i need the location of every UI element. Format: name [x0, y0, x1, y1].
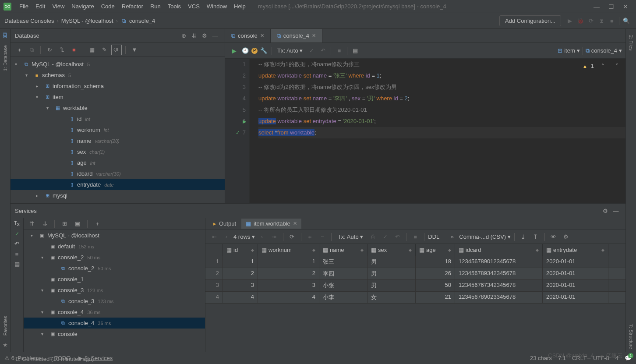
table-row[interactable]: 333小张男501234567673423456782020-01-01 [205, 280, 625, 292]
wrench-icon[interactable]: 🔧 [258, 46, 269, 56]
maximize-button[interactable]: ☐ [608, 3, 614, 10]
service-console_1[interactable]: ▣console_1 [24, 274, 205, 285]
db-submit-icon[interactable]: ⎙ [367, 232, 378, 242]
execute-icon[interactable]: ▶ [229, 46, 239, 56]
gear-icon[interactable]: ⚙ [561, 232, 571, 242]
more-icon[interactable]: » [447, 232, 457, 242]
tab-console[interactable]: ⧉console✕ [225, 29, 271, 42]
result-grid[interactable]: ▦id◆ ▦worknum◆ ▦name◆ ▦sex◆ ▦age◆ ▦idcar… [205, 244, 625, 352]
tx-icon[interactable]: Tx [14, 220, 20, 227]
menu-window[interactable]: Window [203, 1, 230, 11]
group-icon[interactable]: ⊞ [59, 219, 70, 229]
service-console_3[interactable]: ▾▣console_3123 ms [24, 285, 205, 296]
filter-icon[interactable]: ▼ [129, 45, 140, 55]
close-icon[interactable]: ✕ [293, 221, 297, 226]
service-console_2[interactable]: ▾▣console_250 ms [24, 252, 205, 263]
first-page-icon[interactable]: ⇤ [209, 232, 219, 242]
session-select[interactable]: ⧉ console_4 ▾ [586, 47, 622, 54]
history-icon[interactable]: 🕘 [240, 46, 251, 56]
database-tool-icon[interactable]: 🗄 [2, 32, 8, 39]
table-row[interactable]: 222李四男261234567893423456782020-01-01 [205, 268, 625, 280]
tree-column-id[interactable]: ▯idint [11, 113, 225, 124]
revert-icon[interactable]: ↶ [392, 232, 403, 242]
stop-icon[interactable]: ■ [69, 45, 79, 55]
prev-page-icon[interactable]: ‹ [221, 232, 232, 242]
copy-icon[interactable]: ⧉ [26, 45, 37, 55]
warning-icon[interactable]: ▲ [583, 60, 587, 72]
pending-icon[interactable]: P [251, 48, 258, 54]
profile-icon[interactable]: ⧗ [596, 16, 607, 26]
ddl-button[interactable]: DDL [428, 233, 439, 240]
tree-datasource[interactable]: ▾⧉ MySQL - @localhost5 [11, 59, 225, 70]
upload-icon[interactable]: ⤒ [530, 232, 541, 242]
row-count[interactable]: 4 rows ▾ [233, 233, 255, 240]
breadcrumb-item[interactable]: Database Consoles [4, 18, 54, 24]
next-page-icon[interactable]: › [257, 232, 267, 242]
view-icon[interactable]: 👁 [548, 232, 559, 242]
menu-file[interactable]: File [16, 1, 32, 11]
add-service-icon[interactable]: ＋ [92, 219, 102, 229]
collapse-icon[interactable]: ⇊ [39, 219, 50, 229]
close-icon[interactable]: ✕ [312, 33, 316, 39]
line-sep[interactable]: CRLF [572, 355, 587, 361]
rollback-icon[interactable]: ↶ [318, 46, 328, 56]
last-page-icon[interactable]: ⇥ [269, 232, 279, 242]
settings-icon[interactable]: ⚙ [199, 31, 210, 41]
add-row-icon[interactable]: ＋ [305, 232, 315, 242]
layout-icon[interactable]: ▤ [350, 46, 360, 56]
remove-row-icon[interactable]: − [317, 232, 328, 242]
indent[interactable]: 4 [615, 355, 618, 361]
stop-icon[interactable]: ■ [15, 251, 19, 257]
menu-vcs[interactable]: VCS [184, 1, 203, 11]
menu-run[interactable]: Run [147, 1, 164, 11]
commit-icon[interactable]: ✓ [15, 231, 19, 237]
tx-select[interactable]: Tx: Auto ▾ [335, 233, 366, 241]
tree-column-name[interactable]: ▯namevarchar(20) [11, 135, 225, 146]
encoding[interactable]: UTF-8 [593, 355, 609, 361]
layout-icon[interactable]: ▤ [14, 261, 20, 267]
stop-icon[interactable]: ■ [607, 16, 617, 26]
edit-icon[interactable]: ✎ [99, 45, 110, 55]
service-MySQL - @localhost[interactable]: ▾▣MySQL - @localhost [24, 230, 205, 241]
reload-icon[interactable]: ⟳ [287, 232, 297, 242]
commit-icon[interactable]: ✓ [306, 46, 317, 56]
service-console_4[interactable]: ▾▣console_436 ms [24, 307, 205, 318]
minimize-button[interactable]: — [594, 3, 600, 10]
cancel-icon[interactable]: ■ [410, 232, 420, 242]
sync-icon[interactable]: ⇅ [57, 45, 67, 55]
tree-schema-item[interactable]: ▾⊞ item [11, 92, 225, 102]
filter-icon[interactable]: ▣ [72, 219, 83, 229]
add-configuration-button[interactable]: Add Configuration... [499, 15, 561, 26]
close-icon[interactable]: ✕ [260, 33, 264, 39]
structure-stripe-button[interactable]: 7: Structure [629, 322, 634, 352]
table-row[interactable]: 111张三男181234567890123456782020-01-01 [205, 256, 625, 268]
tree-schemas[interactable]: ▾■ schemas5 [11, 70, 225, 81]
service-console_4[interactable]: ⧉console_436 ms [24, 318, 205, 329]
export-format-select[interactable]: Comma-...d (CSV) ▾ [459, 233, 511, 240]
tx-mode-select[interactable]: Tx: Auto ▾ [275, 46, 305, 55]
debug-icon[interactable]: 🐞 [575, 16, 586, 26]
new-icon[interactable]: ⊕ [178, 31, 189, 41]
files-stripe-button[interactable]: 2: Files [629, 32, 634, 53]
next-highlight-icon[interactable]: ˅ [611, 61, 622, 71]
collapse-icon[interactable]: ⇊ [189, 31, 199, 41]
service-console[interactable]: ▾▣console [24, 329, 205, 339]
refresh-icon[interactable]: ↻ [44, 45, 55, 55]
hide-icon[interactable]: — [210, 31, 220, 41]
service-console_2[interactable]: ⧉console_250 ms [24, 263, 205, 274]
commit-icon[interactable]: ✓ [380, 232, 390, 242]
close-button[interactable]: ✕ [623, 3, 628, 10]
favorites-icon[interactable]: ★ [3, 342, 8, 348]
settings-icon[interactable]: ⚙ [600, 205, 611, 216]
tree-column-age[interactable]: ▯ageint [11, 157, 225, 168]
rollback-icon[interactable]: ↶ [14, 240, 19, 247]
search-icon[interactable]: 🔍 [621, 16, 632, 26]
table-icon[interactable]: ▦ [87, 45, 97, 55]
schema-select[interactable]: ⊞ item ▾ [558, 47, 580, 54]
tree-column-idcard[interactable]: ▯idcardvarchar(30) [11, 168, 225, 179]
cancel-query-icon[interactable]: ■ [334, 46, 344, 56]
result-tab[interactable]: ▦ item.worktable ✕ [241, 219, 301, 229]
tree-column-sex[interactable]: ▯sexchar(1) [11, 146, 225, 157]
service-default[interactable]: ▣default152 ms [24, 241, 205, 252]
favorites-stripe-button[interactable]: Favorites [3, 313, 8, 338]
